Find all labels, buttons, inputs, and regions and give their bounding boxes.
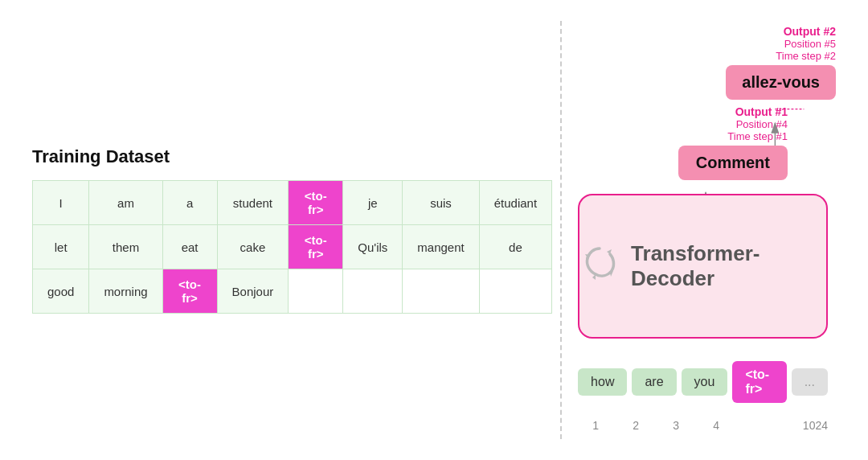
- position-number: 1: [578, 419, 613, 432]
- table-cell: am: [89, 181, 162, 225]
- position-number: 4: [698, 419, 734, 432]
- position-numbers-row: 12341024: [578, 419, 828, 432]
- table-cell: cake: [217, 225, 289, 269]
- table-cell: good: [33, 269, 89, 314]
- table-cell: <to-fr>: [162, 269, 217, 314]
- table-cell: Qu'ils: [343, 225, 403, 269]
- left-panel: Training Dataset Iamastudent<to-fr>jesui…: [32, 146, 552, 314]
- decoder-box: Transformer-Decoder: [578, 194, 828, 339]
- table-cell: I: [33, 181, 89, 225]
- position-number: 1024: [790, 419, 828, 432]
- table-cell: <to-fr>: [289, 181, 343, 225]
- input-token: you: [682, 368, 728, 396]
- decoder-label: Transformer-Decoder: [631, 241, 826, 291]
- input-token: <to-fr>: [732, 361, 786, 403]
- table-cell: let: [33, 225, 89, 269]
- training-table: Iamastudent<to-fr>jesuisétudiantlettheme…: [32, 180, 552, 314]
- output1-label: Output #1 Position #4 Time step #1: [727, 105, 788, 142]
- table-cell: morning: [89, 269, 162, 314]
- table-cell: [403, 269, 479, 314]
- table-cell: [289, 269, 343, 314]
- output1-box: Comment: [678, 146, 788, 180]
- decoder-icon: [579, 242, 620, 290]
- table-cell: je: [343, 181, 403, 225]
- right-panel: Output #2 Position #5 Time step #2 allez…: [570, 17, 836, 443]
- table-cell: <to-fr>: [289, 225, 343, 269]
- output1-container: Output #1 Position #4 Time step #1 Comme…: [678, 105, 788, 180]
- position-number: 3: [658, 419, 694, 432]
- table-cell: de: [479, 225, 551, 269]
- position-number: 2: [618, 419, 653, 432]
- input-tokens-row: howareyou<to-fr>...: [578, 361, 828, 403]
- input-token: how: [578, 368, 627, 396]
- table-cell: mangent: [403, 225, 479, 269]
- output2-label: Output #2 Position #5 Time step #2: [776, 25, 836, 62]
- table-cell: [343, 269, 403, 314]
- section-divider: [560, 21, 562, 439]
- table-cell: student: [217, 181, 289, 225]
- section-title: Training Dataset: [32, 146, 552, 167]
- table-cell: [479, 269, 551, 314]
- input-token: are: [632, 368, 676, 396]
- table-cell: suis: [403, 181, 479, 225]
- table-cell: them: [89, 225, 162, 269]
- table-cell: Bonjour: [217, 269, 289, 314]
- table-cell: a: [162, 181, 217, 225]
- table-cell: eat: [162, 225, 217, 269]
- output2-box: allez-vous: [726, 65, 836, 100]
- output2-container: Output #2 Position #5 Time step #2 allez…: [726, 25, 836, 100]
- table-cell: étudiant: [479, 181, 551, 225]
- input-token: ...: [792, 368, 828, 396]
